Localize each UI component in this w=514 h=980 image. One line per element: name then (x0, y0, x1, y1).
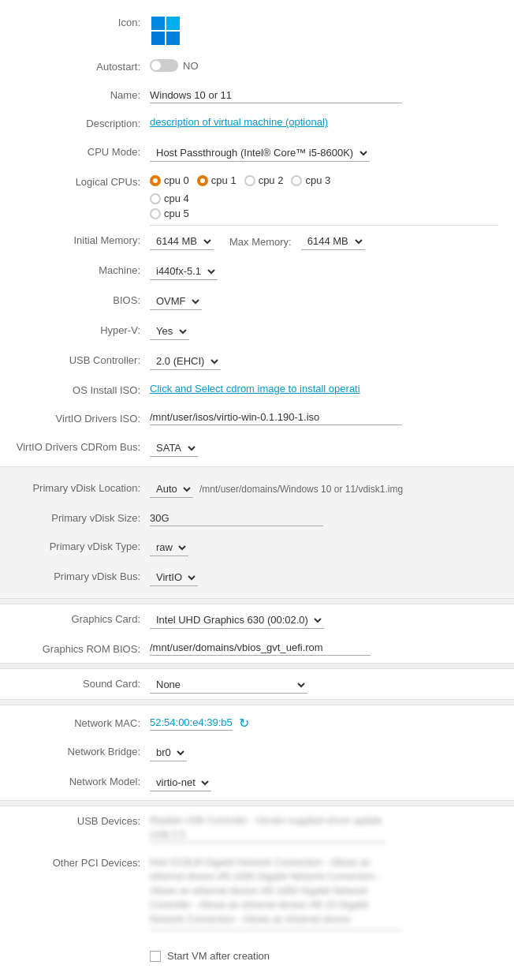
sound-card-select[interactable]: None (150, 676, 307, 694)
graphics-card-label: Graphics Card: (16, 610, 150, 627)
network-mac-value: 52:54:00:e4:39:b5 ↻ (150, 714, 498, 731)
primary-vdisk-location-label: Primary vDisk Location: (16, 479, 150, 496)
virtio-drivers-iso-label: VirtIO Drivers ISO: (16, 410, 150, 426)
virtio-cdrom-bus-label: VirtIO Drivers CDRom Bus: (16, 438, 150, 454)
autostart-text: NO (183, 60, 199, 72)
cpu-item-5[interactable]: cpu 5 (150, 208, 189, 219)
autostart-toggle[interactable] (150, 59, 178, 72)
graphics-card-value[interactable]: Intel UHD Graphics 630 (00:02.0) (150, 610, 498, 629)
primary-vdisk-size-label: Primary vDisk Size: (16, 509, 150, 526)
usb-controller-select[interactable]: 2.0 (EHCI) (150, 353, 221, 370)
cpu-label-2: cpu 2 (259, 174, 284, 186)
svg-rect-4 (151, 17, 165, 30)
hyperv-label: Hyper-V: (16, 321, 150, 338)
other-pci-devices-label: Other PCI Devices: (16, 854, 150, 870)
autostart-value: NO (150, 58, 498, 72)
spacer (16, 948, 150, 951)
cpu-item-4[interactable]: cpu 4 (150, 193, 425, 204)
cpu-radio-2[interactable] (244, 175, 255, 186)
hyperv-value[interactable]: Yes (150, 321, 498, 340)
cpu-grid: cpu 0 cpu 1 cpu 2 cpu 3 cpu 4 (150, 174, 425, 219)
icon-value (150, 13, 498, 47)
windows-icon (150, 15, 181, 47)
primary-vdisk-location-value[interactable]: Auto /mnt/user/domains/Windows 10 or 11/… (150, 479, 498, 498)
other-pci-devices-text: Intel I219LM Gigabit Network Connection … (150, 855, 402, 930)
os-install-iso-value[interactable]: Click and Select cdrom image to install … (150, 381, 498, 395)
description-placeholder[interactable]: description of virtual machine (optional… (150, 116, 328, 128)
button-row: CREATE CANCEL (0, 970, 514, 980)
autostart-label: Autostart: (16, 58, 150, 74)
usb-devices-label: USB Devices: (16, 812, 150, 829)
usb-devices-text: Realtek USB Controller - Vendor supplied… (150, 814, 386, 843)
primary-vdisk-type-value[interactable]: raw (150, 537, 498, 556)
graphics-rom-bios-text: /mnt/user/domains/vbios_gvt_uefi.rom (150, 641, 371, 656)
bios-value[interactable]: OVMF (150, 291, 498, 310)
network-bridge-select[interactable]: br0 (150, 744, 187, 761)
machine-value[interactable]: i440fx-5.1 (150, 261, 498, 280)
virtio-cdrom-bus-value[interactable]: SATA (150, 438, 498, 457)
virtio-drivers-iso-text: /mnt/user/isos/virtio-win-0.1.190-1.iso (150, 411, 402, 425)
cpu-radio-4[interactable] (150, 193, 161, 204)
icon-label: Icon: (16, 13, 150, 30)
cpu-radio-3[interactable] (291, 175, 302, 186)
primary-vdisk-location-select[interactable]: Auto (150, 481, 193, 498)
network-mac-refresh-icon[interactable]: ↻ (239, 716, 249, 731)
description-label: Description: (16, 114, 150, 131)
memory-group: 6144 MB Max Memory: 6144 MB (150, 233, 365, 250)
primary-vdisk-size-value[interactable] (150, 509, 498, 526)
os-install-iso-link[interactable]: Click and Select cdrom image to install … (150, 383, 360, 395)
network-bridge-label: Network Bridge: (16, 742, 150, 759)
cpu-radio-1[interactable] (197, 175, 208, 186)
svg-rect-6 (151, 32, 165, 45)
cpu-mode-select[interactable]: Host Passthrough (Intel® Core™ i5-8600K) (150, 144, 370, 162)
network-model-select[interactable]: virtio-net (150, 774, 211, 791)
logical-cpus-value: cpu 0 cpu 1 cpu 2 cpu 3 cpu 4 (150, 173, 498, 219)
name-input[interactable] (150, 88, 402, 103)
other-pci-devices-value[interactable]: Intel I219LM Gigabit Network Connection … (150, 854, 498, 930)
os-install-iso-label: OS Install ISO: (16, 381, 150, 398)
primary-vdisk-bus-select[interactable]: VirtIO (150, 569, 198, 586)
max-memory-select[interactable]: 6144 MB (301, 233, 365, 250)
primary-vdisk-bus-value[interactable]: VirtIO (150, 567, 498, 586)
graphics-card-select[interactable]: Intel UHD Graphics 630 (00:02.0) (150, 612, 324, 629)
sound-card-value[interactable]: None (150, 675, 498, 694)
primary-vdisk-type-label: Primary vDisk Type: (16, 537, 150, 554)
cpu-item-1[interactable]: cpu 1 (197, 174, 237, 186)
start-vm-checkbox-row[interactable]: Start VM after creation (150, 950, 270, 962)
cpu-item-0[interactable]: cpu 0 (150, 174, 189, 186)
initial-memory-group[interactable]: 6144 MB (150, 233, 214, 250)
graphics-rom-bios-label: Graphics ROM BIOS: (16, 640, 150, 656)
primary-vdisk-size-input[interactable] (150, 511, 323, 526)
start-vm-row: Start VM after creation (150, 948, 498, 962)
hyperv-select[interactable]: Yes (150, 323, 189, 340)
cpu-radio-5[interactable] (150, 208, 161, 219)
usb-devices-value[interactable]: Realtek USB Controller - Vendor supplied… (150, 812, 498, 843)
name-label: Name: (16, 86, 150, 103)
usb-controller-label: USB Controller: (16, 351, 150, 368)
machine-select[interactable]: i440fx-5.1 (150, 263, 218, 280)
cpu-radio-0[interactable] (150, 175, 161, 186)
virtio-cdrom-bus-select[interactable]: SATA (150, 440, 198, 457)
usb-controller-value[interactable]: 2.0 (EHCI) (150, 351, 498, 370)
svg-rect-7 (166, 32, 180, 45)
logical-cpus-label: Logical CPUs: (16, 173, 150, 189)
initial-memory-select[interactable]: 6144 MB (150, 233, 214, 250)
bios-label: BIOS: (16, 291, 150, 308)
name-value[interactable] (150, 86, 498, 103)
network-model-label: Network Model: (16, 772, 150, 789)
cpu-label-5: cpu 5 (164, 208, 189, 219)
description-value[interactable]: description of virtual machine (optional… (150, 114, 498, 128)
network-bridge-value[interactable]: br0 (150, 742, 498, 761)
cpu-item-3[interactable]: cpu 3 (291, 174, 330, 186)
primary-vdisk-path: /mnt/user/domains/Windows 10 or 11/vdisk… (199, 484, 403, 495)
cpu-label-1: cpu 1 (211, 174, 237, 186)
cpu-mode-value[interactable]: Host Passthrough (Intel® Core™ i5-8600K) (150, 143, 498, 162)
cpu-mode-label: CPU Mode: (16, 143, 150, 159)
max-memory-group[interactable]: Max Memory: 6144 MB (229, 233, 365, 250)
start-vm-checkbox[interactable] (150, 951, 161, 962)
svg-rect-5 (166, 17, 180, 30)
primary-vdisk-type-select[interactable]: raw (150, 539, 188, 556)
bios-select[interactable]: OVMF (150, 293, 202, 310)
network-model-value[interactable]: virtio-net (150, 772, 498, 791)
cpu-item-2[interactable]: cpu 2 (244, 174, 284, 186)
